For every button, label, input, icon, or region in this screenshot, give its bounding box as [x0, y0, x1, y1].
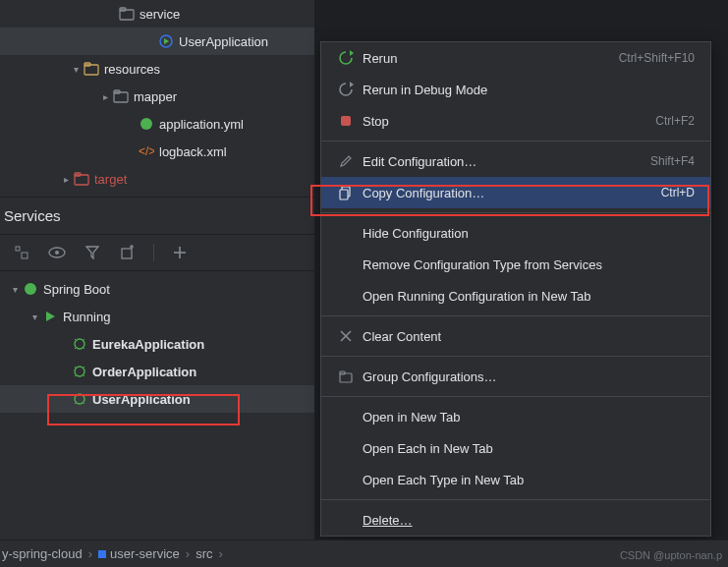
- module-icon: [98, 550, 106, 558]
- menu-shortcut: Ctrl+Shift+F10: [619, 51, 695, 65]
- svg-rect-41: [341, 116, 351, 126]
- xml-file-icon: </>: [138, 142, 155, 160]
- menu-separator: [321, 141, 710, 142]
- watermark-text: CSDN @upton-nan.p: [620, 549, 722, 561]
- menu-item-open-each-type-tab[interactable]: Open Each Type in New Tab: [321, 464, 710, 495]
- services-group-label: Running: [63, 310, 110, 324]
- tree-label: UserApplication: [179, 34, 268, 49]
- layout-icon[interactable]: [118, 243, 138, 262]
- group-icon: [335, 370, 357, 383]
- svg-line-32: [75, 374, 77, 376]
- breadcrumb-item[interactable]: src: [196, 546, 212, 561]
- svg-point-22: [25, 283, 36, 295]
- service-item-user[interactable]: UserApplication: [0, 385, 314, 413]
- breadcrumb-item[interactable]: user-service: [98, 546, 180, 561]
- menu-separator: [321, 356, 710, 357]
- menu-separator: [321, 315, 710, 316]
- tree-item-application-yml[interactable]: application.yml: [0, 110, 314, 138]
- chevron-right-icon: ›: [218, 546, 222, 561]
- service-item-order[interactable]: OrderApplication: [0, 358, 314, 385]
- services-tree: ▾ Spring Boot ▾ Running EurekaApplicatio…: [0, 271, 314, 417]
- menu-label: Open in New Tab: [335, 410, 695, 425]
- svg-line-37: [75, 402, 77, 404]
- chevron-down-icon: ▾: [28, 312, 41, 322]
- svg-rect-43: [340, 190, 348, 199]
- chevron-right-icon: ›: [88, 546, 92, 561]
- menu-item-remove-type[interactable]: Remove Configuration Type from Services: [321, 249, 710, 280]
- services-root-spring-boot[interactable]: ▾ Spring Boot: [0, 275, 314, 303]
- tree-label: application.yml: [159, 117, 244, 132]
- menu-item-stop[interactable]: Stop Ctrl+F2: [321, 105, 710, 137]
- tree-item-user-application[interactable]: UserApplication: [0, 28, 314, 55]
- service-item-label: OrderApplication: [92, 365, 196, 379]
- service-item-label: EurekaApplication: [92, 337, 204, 352]
- chevron-right-icon: ›: [186, 546, 190, 561]
- svg-line-38: [83, 402, 84, 404]
- menu-label: Edit Configuration…: [357, 154, 650, 169]
- menu-item-rerun-debug[interactable]: Rerun in Debug Mode: [321, 74, 710, 105]
- svg-marker-39: [350, 50, 354, 56]
- menu-separator: [321, 499, 710, 500]
- breadcrumb: y-spring-cloud › user-service › src ›: [0, 539, 728, 567]
- collapse-all-icon[interactable]: [12, 243, 31, 262]
- excluded-folder-icon: [73, 170, 90, 188]
- clear-icon: [335, 329, 357, 343]
- tree-item-logback-xml[interactable]: </> logback.xml: [0, 138, 314, 165]
- svg-marker-40: [350, 82, 354, 87]
- svg-rect-17: [122, 249, 132, 258]
- tree-item-mapper[interactable]: ▸ mapper: [0, 83, 314, 110]
- menu-label: Remove Configuration Type from Services: [335, 257, 695, 272]
- menu-item-clear-content[interactable]: Clear Content: [321, 320, 710, 352]
- svg-point-8: [140, 118, 152, 130]
- spring-boot-icon: [22, 280, 39, 298]
- folder-icon: [112, 87, 130, 105]
- menu-shortcut: Shift+F4: [650, 154, 695, 168]
- services-group-running[interactable]: ▾ Running: [0, 303, 314, 330]
- tree-item-target[interactable]: ▸ target: [0, 165, 314, 193]
- svg-text:</>: </>: [139, 144, 154, 158]
- menu-shortcut: Ctrl+F2: [655, 114, 695, 128]
- service-item-eureka[interactable]: EurekaApplication: [0, 330, 314, 358]
- menu-item-delete[interactable]: Delete…: [321, 504, 710, 536]
- tree-label: target: [94, 172, 127, 187]
- rerun-icon: [335, 50, 357, 66]
- tree-item-resources[interactable]: ▾ resources: [0, 55, 314, 83]
- menu-item-edit-config[interactable]: Edit Configuration… Shift+F4: [321, 145, 710, 177]
- filter-icon[interactable]: [83, 243, 102, 262]
- running-bug-icon: [71, 335, 88, 353]
- breadcrumb-item[interactable]: y-spring-cloud: [2, 546, 83, 561]
- tree-label: logback.xml: [159, 144, 227, 159]
- menu-item-group-config[interactable]: Group Configurations…: [321, 361, 710, 392]
- menu-item-open-running-tab[interactable]: Open Running Configuration in New Tab: [321, 280, 710, 312]
- menu-shortcut: Ctrl+D: [661, 186, 695, 199]
- resources-folder-icon: [83, 60, 100, 78]
- menu-item-open-each-new-tab[interactable]: Open Each in New Tab: [321, 432, 710, 464]
- svg-line-33: [83, 374, 84, 376]
- menu-item-copy-config[interactable]: Copy Configuration… Ctrl+D: [321, 177, 710, 208]
- menu-label: Stop: [357, 114, 655, 129]
- menu-label: Rerun in Debug Mode: [357, 83, 695, 97]
- edit-icon: [335, 154, 357, 168]
- menu-item-rerun[interactable]: Rerun Ctrl+Shift+F10: [321, 42, 710, 74]
- menu-item-hide-config[interactable]: Hide Configuration: [321, 217, 710, 249]
- menu-label: Open Each Type in New Tab: [335, 473, 695, 487]
- menu-label: Group Configurations…: [357, 369, 695, 384]
- tree-item-service[interactable]: service: [0, 0, 314, 28]
- project-tree: service UserApplication ▾ resources ▸ ma…: [0, 0, 314, 197]
- menu-label: Delete…: [335, 513, 695, 528]
- chevron-down-icon: ▾: [8, 284, 22, 295]
- svg-point-15: [55, 251, 59, 255]
- services-root-label: Spring Boot: [43, 282, 110, 297]
- svg-line-27: [75, 347, 77, 349]
- svg-line-36: [83, 394, 84, 396]
- show-icon[interactable]: [47, 243, 67, 262]
- svg-line-30: [75, 367, 77, 369]
- add-icon[interactable]: [170, 243, 190, 262]
- chevron-down-icon: ▾: [69, 64, 83, 75]
- menu-item-open-new-tab[interactable]: Open in New Tab: [321, 401, 710, 432]
- chevron-right-icon: ▸: [98, 91, 112, 102]
- svg-line-26: [83, 339, 84, 341]
- svg-rect-13: [22, 253, 28, 258]
- service-item-label: UserApplication: [92, 392, 191, 407]
- menu-separator: [321, 396, 710, 397]
